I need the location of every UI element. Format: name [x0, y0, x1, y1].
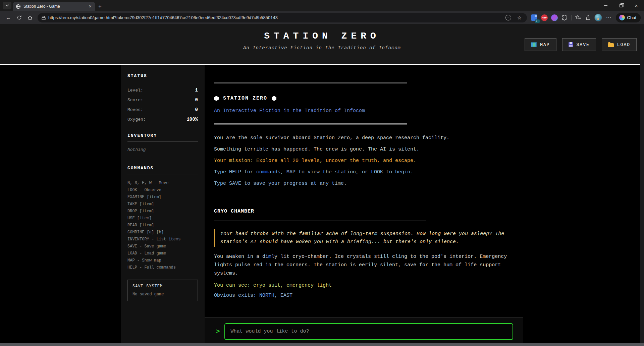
stat-label: Score: [127, 98, 143, 103]
save-button[interactable]: SAVE [562, 38, 596, 51]
command-item: EXAMINE [item] [127, 194, 198, 201]
adblock-extension-button[interactable]: ABP [540, 13, 549, 22]
folder-icon [608, 43, 614, 47]
hexagon-icon [214, 96, 219, 101]
extension-badge: 9+ [535, 19, 539, 23]
extension-notes-button[interactable]: 9+ [530, 13, 539, 22]
stat-label: Moves: [127, 107, 143, 112]
save-button-label: SAVE [577, 42, 590, 47]
stat-value: 0 [195, 97, 198, 103]
stat-row-moves: Moves: 0 [127, 107, 198, 112]
command-item: TAKE [item] [127, 201, 198, 208]
command-input[interactable] [224, 323, 513, 340]
home-button[interactable] [25, 13, 35, 23]
copilot-chat-button[interactable]: Chat [616, 13, 641, 22]
profile-avatar [594, 14, 602, 21]
tab-close-icon[interactable]: × [88, 4, 92, 9]
stat-value: 100% [186, 117, 198, 122]
status-heading: STATUS [127, 73, 198, 82]
settings-more-button[interactable]: ⋯ [604, 13, 614, 23]
active-tab[interactable]: Station Zero - Game × [13, 2, 95, 11]
divider [514, 15, 514, 20]
room-quote: Your head throbs with the familiar ache … [214, 229, 513, 247]
lock-icon [42, 15, 46, 20]
command-item: HELP - Full commands [127, 264, 198, 271]
inventory-heading: INVENTORY [127, 133, 198, 142]
refresh-button[interactable] [14, 13, 24, 23]
window-minimize-button[interactable] [598, 0, 613, 11]
command-item: LOAD - Load game [127, 250, 198, 257]
stat-label: Level: [127, 88, 143, 93]
save-system-title: SAVE SYSTEM [132, 284, 193, 289]
window-close-button[interactable]: × [629, 0, 644, 11]
command-input-bar: > [205, 318, 523, 345]
commands-heading: COMMANDS [127, 166, 198, 174]
tab-search-button[interactable] [3, 2, 11, 9]
purple-extension-icon [551, 14, 558, 21]
vertical-scrollbar[interactable] [640, 24, 644, 343]
load-button[interactable]: LOAD [602, 38, 637, 51]
puzzle-icon [561, 14, 568, 21]
favorite-star-button[interactable]: ☆ [516, 14, 524, 22]
window-restore-button[interactable] [613, 0, 629, 11]
mission-line: Your mission: Explore all 20 levels, unc… [214, 157, 513, 164]
browser-tab-bar: Station Zero - Game × + × [0, 0, 644, 11]
browser-essentials-button[interactable]: ⋯ [504, 14, 513, 22]
stat-row-oxygen: Oxygen: 100% [127, 117, 198, 122]
hexagon-icon [272, 96, 276, 101]
minimize-icon [604, 5, 607, 6]
new-tab-button[interactable]: + [95, 2, 105, 11]
room-exits: Obvious exits: NORTH, EAST [214, 293, 513, 298]
home-icon [27, 15, 33, 20]
banner-title-text: STATION ZERO [223, 96, 267, 101]
command-item: READ [item] [127, 222, 198, 229]
command-item: SAVE - Save game [127, 243, 198, 250]
map-button[interactable]: MAP [525, 38, 556, 51]
profile-button[interactable] [594, 13, 603, 22]
copilot-icon [619, 15, 625, 20]
address-bar[interactable]: https://rem.my/station0/game.html?token=… [38, 13, 527, 22]
save-system-box: SAVE SYSTEM No saved game [127, 280, 198, 301]
refresh-icon [16, 15, 22, 20]
map-button-label: MAP [540, 42, 550, 47]
tab-title: Station Zero - Game [23, 4, 86, 9]
circle-dots-icon: ⋯ [505, 15, 511, 20]
main-wrap: STATUS Level: 1 Score: 0 Moves: 0 Oxygen… [0, 65, 644, 345]
stat-value: 1 [195, 88, 198, 93]
room-name: CRYO CHAMBER [214, 209, 513, 214]
intro-line: Something terrible has happened. The cre… [214, 146, 513, 153]
command-item: INVENTORY - List items [127, 236, 198, 243]
intro-line: You are the sole survivor aboard Station… [214, 134, 513, 141]
stat-row-score: Score: 0 [127, 97, 198, 103]
stat-label: Oxygen: [127, 117, 146, 122]
chevron-down-icon [5, 4, 9, 7]
floppy-disk-icon [569, 42, 573, 47]
sidebar: STATUS Level: 1 Score: 0 Moves: 0 Oxygen… [121, 65, 205, 345]
command-item: USE [item] [127, 215, 198, 222]
stat-value: 0 [195, 107, 198, 112]
header-buttons: MAP SAVE LOAD [525, 38, 637, 51]
stat-row-level: Level: 1 [127, 88, 198, 93]
favorites-list-button[interactable] [574, 13, 583, 22]
save-system-status: No saved game [132, 292, 193, 297]
window-controls: × [598, 0, 644, 11]
extensions-menu-button[interactable] [560, 13, 569, 22]
prompt-symbol: > [216, 328, 220, 335]
extension-purple-button[interactable] [550, 13, 559, 22]
game-main-column: STATION ZERO An Interactive Fiction in t… [205, 65, 523, 345]
url-text[interactable]: https://rem.my/station0/game.html?token=… [48, 15, 504, 20]
divider-double [214, 123, 407, 125]
globe-favicon-icon [16, 4, 21, 9]
hint-help-line: Type HELP for commands, MAP to view the … [214, 169, 513, 176]
divider [571, 15, 572, 20]
share-icon [585, 15, 591, 20]
share-button[interactable] [584, 13, 593, 22]
room-items: You can see: cryo suit, emergency light [214, 283, 513, 288]
star-icon: ☆ [517, 15, 522, 21]
back-button[interactable]: ← [3, 13, 13, 23]
abp-icon: ABP [541, 14, 548, 21]
bottom-scrollbar[interactable] [0, 343, 644, 346]
game-output[interactable]: STATION ZERO An Interactive Fiction in t… [205, 65, 523, 318]
room-description: You awaken in a dimly lit cryo-chamber. … [214, 252, 513, 278]
command-item: LOOK - Observe [127, 187, 198, 194]
